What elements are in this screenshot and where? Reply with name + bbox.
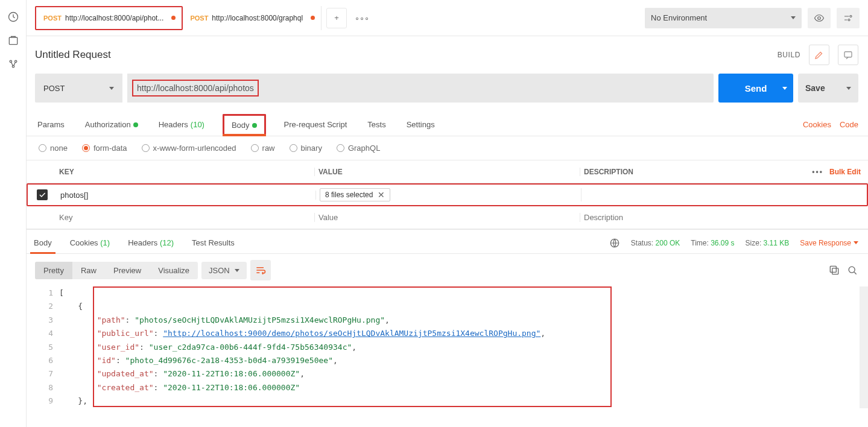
settings-button[interactable] bbox=[837, 8, 860, 28]
code-content: [ { "path": "photos/seOcHjtLQDvAklAMUzij… bbox=[59, 286, 545, 408]
method-select[interactable]: POST bbox=[35, 74, 122, 103]
resp-tab-cookies[interactable]: Cookies (1) bbox=[66, 232, 113, 253]
tab-body[interactable]: Body bbox=[223, 114, 266, 136]
formdata-placeholder-row[interactable] bbox=[27, 206, 868, 229]
response-body[interactable]: 1 2 3 4 5 6 7 8 9 [ { "path": "photos/se… bbox=[27, 286, 868, 408]
resp-tab-body[interactable]: Body bbox=[30, 232, 55, 253]
dirty-dot-icon bbox=[171, 16, 176, 20]
bulk-edit-link[interactable]: Bulk Edit bbox=[829, 168, 861, 176]
file-chip[interactable]: 8 files selected ✕ bbox=[320, 188, 390, 201]
resp-tab-headers[interactable]: Headers (12) bbox=[124, 232, 177, 253]
radio-urlencoded[interactable]: x-www-form-urlencoded bbox=[142, 144, 236, 153]
history-icon[interactable] bbox=[7, 11, 19, 25]
radio-graphql[interactable]: GraphQL bbox=[337, 144, 380, 153]
size-value: 3.11 KB bbox=[764, 239, 790, 247]
tab-method: POST bbox=[43, 14, 62, 22]
svg-rect-1 bbox=[9, 37, 17, 45]
view-visualize[interactable]: Visualize bbox=[150, 262, 198, 279]
radio-none[interactable]: none bbox=[39, 144, 68, 153]
view-raw[interactable]: Raw bbox=[72, 262, 105, 279]
svg-point-6 bbox=[850, 15, 852, 17]
radio-formdata[interactable]: form-data bbox=[82, 144, 127, 153]
indicator-dot-icon bbox=[252, 123, 257, 128]
tab-headers[interactable]: Headers (10) bbox=[156, 113, 207, 136]
key-input[interactable] bbox=[59, 213, 314, 222]
globe-icon[interactable] bbox=[609, 238, 620, 248]
tab-request-2[interactable]: POST http://localhost:8000/graphql bbox=[183, 6, 322, 30]
svg-point-5 bbox=[818, 16, 821, 19]
tab-method: POST bbox=[190, 14, 208, 22]
tab-url: http://localhost:8000/api/phot... bbox=[65, 14, 163, 22]
tab-settings[interactable]: Settings bbox=[404, 113, 437, 136]
tab-request-1[interactable]: POST http://localhost:8000/api/phot... bbox=[35, 6, 183, 30]
description-input[interactable] bbox=[584, 213, 868, 222]
search-icon[interactable] bbox=[846, 264, 858, 276]
svg-rect-11 bbox=[830, 266, 836, 272]
chevron-down-icon[interactable] bbox=[846, 87, 851, 90]
view-pretty[interactable]: Pretty bbox=[35, 262, 72, 279]
url-input[interactable]: http://localhost:8000/api/photos bbox=[127, 74, 714, 103]
tab-tests[interactable]: Tests bbox=[365, 113, 388, 136]
line-gutter: 1 2 3 4 5 6 7 8 9 bbox=[35, 286, 59, 408]
send-label: Send bbox=[745, 83, 767, 93]
tab-url: http://localhost:8000/graphql bbox=[212, 14, 303, 22]
environment-label: No Environment bbox=[651, 13, 707, 22]
save-button[interactable]: Save bbox=[798, 74, 858, 103]
svg-rect-10 bbox=[832, 268, 838, 274]
resp-tab-tests[interactable]: Test Results bbox=[188, 232, 238, 253]
edit-button[interactable] bbox=[809, 45, 829, 65]
formdata-row[interactable]: photos[] 8 files selected ✕ bbox=[27, 183, 868, 206]
build-label: BUILD bbox=[778, 51, 800, 59]
dirty-dot-icon bbox=[311, 16, 315, 20]
copy-icon[interactable] bbox=[828, 264, 840, 276]
radio-raw[interactable]: raw bbox=[251, 144, 275, 153]
save-response-button[interactable]: Save Response bbox=[800, 239, 858, 247]
request-name[interactable]: Untitled Request bbox=[35, 49, 111, 61]
chevron-down-icon[interactable] bbox=[782, 87, 787, 90]
cookies-link[interactable]: Cookies bbox=[803, 120, 831, 129]
more-options-button[interactable]: ••• bbox=[812, 168, 823, 176]
comment-button[interactable] bbox=[838, 45, 858, 65]
new-tab-button[interactable]: + bbox=[326, 8, 347, 28]
tab-overflow-button[interactable]: ∘∘∘ bbox=[352, 8, 372, 28]
svg-point-2 bbox=[10, 60, 11, 62]
environment-select[interactable]: No Environment bbox=[645, 8, 802, 28]
url-value: http://localhost:8000/api/photos bbox=[132, 80, 259, 96]
row-key[interactable]: photos[] bbox=[57, 191, 316, 200]
column-description: DESCRIPTION bbox=[584, 168, 633, 176]
view-mode-segment: Pretty Raw Preview Visualize bbox=[35, 262, 198, 279]
wrap-toggle-button[interactable] bbox=[250, 260, 271, 280]
send-button[interactable]: Send bbox=[718, 74, 793, 103]
scrollbar[interactable] bbox=[860, 286, 868, 408]
clear-files-icon[interactable]: ✕ bbox=[378, 190, 385, 200]
tab-prerequest[interactable]: Pre-request Script bbox=[282, 113, 350, 136]
svg-rect-8 bbox=[844, 52, 852, 57]
chevron-down-icon bbox=[854, 241, 858, 244]
svg-point-4 bbox=[12, 66, 14, 68]
svg-point-3 bbox=[14, 60, 16, 62]
apis-icon[interactable] bbox=[7, 58, 19, 72]
indicator-dot-icon bbox=[133, 122, 138, 127]
radio-binary[interactable]: binary bbox=[290, 144, 322, 153]
save-label: Save bbox=[805, 83, 825, 93]
tab-authorization[interactable]: Authorization bbox=[83, 113, 141, 136]
row-checkbox[interactable] bbox=[37, 189, 48, 200]
status-value: 200 OK bbox=[656, 239, 680, 247]
tab-params[interactable]: Params bbox=[35, 113, 67, 136]
chevron-down-icon bbox=[235, 269, 239, 272]
format-select[interactable]: JSON bbox=[201, 262, 247, 279]
svg-point-7 bbox=[848, 19, 850, 21]
chevron-down-icon bbox=[791, 16, 796, 19]
svg-point-12 bbox=[849, 267, 855, 273]
column-key: KEY bbox=[55, 168, 315, 176]
method-label: POST bbox=[43, 84, 65, 93]
time-value: 36.09 s bbox=[711, 239, 734, 247]
value-input[interactable] bbox=[318, 213, 580, 222]
chevron-down-icon bbox=[109, 87, 114, 90]
view-preview[interactable]: Preview bbox=[105, 262, 150, 279]
column-value: VALUE bbox=[315, 168, 580, 176]
environment-preview-button[interactable] bbox=[808, 8, 831, 28]
code-link[interactable]: Code bbox=[840, 120, 858, 129]
collections-icon[interactable] bbox=[7, 34, 19, 48]
